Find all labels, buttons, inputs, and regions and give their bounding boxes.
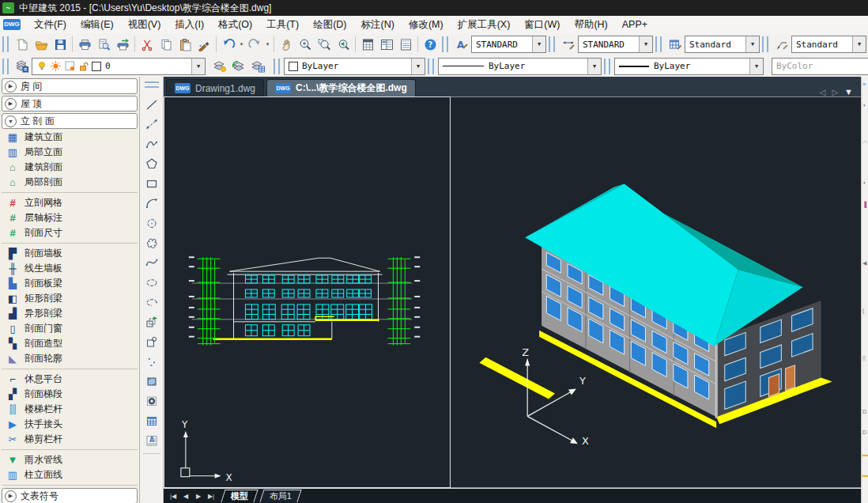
menu-view[interactable]: 视图(V) bbox=[121, 18, 168, 32]
menu-insert[interactable]: 插入(I) bbox=[168, 18, 211, 32]
sidebar-group-text-table-symbols[interactable]: ▶ 文表符号 bbox=[2, 488, 138, 503]
chevron-down-icon[interactable]: ▼ bbox=[639, 36, 652, 52]
table-style-combo[interactable]: Standard ▼ bbox=[685, 36, 760, 53]
layer-properties-icon[interactable] bbox=[13, 58, 32, 75]
chevron-down-icon[interactable]: ▼ bbox=[745, 36, 759, 52]
toolbar-grip[interactable] bbox=[549, 36, 555, 52]
properties-palette-icon[interactable] bbox=[377, 36, 396, 53]
list-view-icon[interactable] bbox=[396, 36, 415, 53]
chevron-down-icon[interactable]: ▼ bbox=[749, 59, 763, 74]
sidebar-item-line-to-wall[interactable]: ╫线生墙板 bbox=[0, 261, 139, 276]
sidebar-item-rest-platform[interactable]: ⌐休息平台 bbox=[0, 372, 139, 387]
sidebar-item-rect-section-beam[interactable]: ◧矩形剖梁 bbox=[0, 291, 139, 306]
expand-right-icon[interactable]: ▶ bbox=[5, 98, 17, 110]
model-space[interactable]: Y X bbox=[164, 96, 861, 488]
layer-thaw-icon[interactable] bbox=[50, 60, 62, 72]
undo-dropdown-icon[interactable]: ▾ bbox=[238, 41, 245, 47]
sidebar-item-building-section[interactable]: ⌂建筑剖面 bbox=[0, 160, 139, 175]
previous-layout-icon[interactable]: ◀ bbox=[179, 493, 192, 500]
zoom-realtime-icon[interactable] bbox=[296, 36, 315, 53]
circle-icon[interactable] bbox=[142, 213, 161, 233]
menu-tools[interactable]: 工具(T) bbox=[259, 18, 306, 32]
viewport-3d-model[interactable]: Z Y X bbox=[451, 96, 863, 488]
chevron-down-icon[interactable]: ▼ bbox=[587, 59, 601, 74]
sidebar-item-section-wall[interactable]: ▛剖面墙板 bbox=[0, 246, 139, 261]
sidebar-item-stair-flight[interactable]: ▞剖面梯段 bbox=[0, 387, 139, 402]
new-icon[interactable] bbox=[13, 36, 32, 53]
sidebar-item-stair-cut-railing[interactable]: ✂梯剪栏杆 bbox=[0, 432, 139, 447]
polygon-icon[interactable] bbox=[142, 153, 161, 173]
chevron-down-icon[interactable]: ▼ bbox=[532, 36, 545, 52]
sidebar-item-section-outline[interactable]: ◣剖面轮廓 bbox=[0, 351, 139, 366]
text-style-icon[interactable]: A bbox=[452, 36, 471, 53]
line-icon[interactable] bbox=[142, 94, 161, 114]
construction-line-icon[interactable] bbox=[142, 114, 161, 134]
scroll-right-icon[interactable]: ▷ bbox=[832, 88, 838, 96]
insert-block-icon[interactable] bbox=[142, 312, 161, 331]
redo-icon[interactable] bbox=[245, 36, 264, 53]
menu-help[interactable]: 帮助(H) bbox=[567, 18, 614, 32]
print-preview-icon[interactable] bbox=[94, 36, 113, 53]
document-tab-drawing1[interactable]: DWG Drawing1.dwg bbox=[166, 79, 264, 96]
layer-states-icon[interactable] bbox=[210, 58, 229, 75]
tab-model[interactable]: 模型 bbox=[221, 490, 258, 502]
redo-dropdown-icon[interactable]: ▾ bbox=[264, 41, 271, 47]
mtext-icon[interactable]: A bbox=[142, 430, 161, 450]
menu-format[interactable]: 格式(O) bbox=[211, 18, 259, 32]
sidebar-item-rainwater-pipe[interactable]: ▼雨水管线 bbox=[0, 452, 139, 467]
layer-vp-freeze-icon[interactable] bbox=[64, 60, 76, 72]
menu-file[interactable]: 文件(F) bbox=[27, 18, 74, 32]
toolbar-grip[interactable] bbox=[2, 59, 9, 74]
sidebar-item-section-slab-beam[interactable]: ▙剖面板梁 bbox=[0, 276, 139, 291]
document-tab-active[interactable]: DWG C:\...\教学综合楼全图.dwg bbox=[266, 79, 416, 96]
toolbar-grip[interactable] bbox=[145, 81, 159, 88]
menu-modify[interactable]: 修改(M) bbox=[402, 18, 451, 32]
table-icon[interactable] bbox=[142, 410, 161, 430]
expand-right-icon[interactable]: ▶ bbox=[5, 81, 17, 93]
lineweight-combo[interactable]: ByLayer ▼ bbox=[614, 58, 764, 75]
dim-style-combo[interactable]: STANDARD ▼ bbox=[578, 36, 653, 53]
first-layout-icon[interactable]: |◀ bbox=[167, 493, 179, 500]
sidebar-item-section-dimension[interactable]: #剖面尺寸 bbox=[0, 225, 139, 240]
layer-color-swatch[interactable] bbox=[92, 62, 101, 71]
arc-icon[interactable] bbox=[142, 193, 161, 213]
expand-right-icon[interactable]: ▶ bbox=[5, 490, 17, 502]
last-layout-icon[interactable]: ▶| bbox=[205, 493, 217, 500]
collapse-down-icon[interactable]: ▼ bbox=[5, 115, 17, 127]
point-icon[interactable] bbox=[142, 351, 161, 371]
sidebar-item-shaped-section-beam[interactable]: ▟异形剖梁 bbox=[0, 306, 139, 321]
donut-icon[interactable] bbox=[142, 391, 161, 410]
pan-icon[interactable] bbox=[277, 36, 296, 53]
sidebar-item-building-elevation[interactable]: ▦建筑立面 bbox=[0, 130, 139, 145]
toolbar-grip[interactable] bbox=[442, 36, 448, 52]
color-combo[interactable]: ByLayer ▼ bbox=[284, 58, 425, 75]
sidebar-item-section-modeling[interactable]: ▚剖面造型 bbox=[0, 336, 139, 351]
sidebar-item-column-elevation-line[interactable]: ▥柱立面线 bbox=[0, 467, 139, 482]
table-style-icon[interactable] bbox=[666, 36, 685, 53]
sidebar-item-section-door-window[interactable]: ▯剖面门窗 bbox=[0, 321, 139, 336]
menu-express-tools[interactable]: 扩展工具(X) bbox=[451, 18, 518, 32]
copy-icon[interactable] bbox=[157, 36, 175, 53]
make-block-icon[interactable] bbox=[142, 331, 161, 351]
dim-style-icon[interactable] bbox=[559, 36, 578, 53]
sidebar-item-partial-section[interactable]: ⌂局部剖面 bbox=[0, 175, 139, 190]
menu-edit[interactable]: 编辑(E) bbox=[74, 18, 121, 32]
calculator-icon[interactable] bbox=[358, 36, 377, 53]
menu-dimension[interactable]: 标注(N) bbox=[354, 18, 402, 32]
sidebar-item-handrail-joint[interactable]: ▶扶手接头 bbox=[0, 417, 139, 432]
toolbar-grip[interactable] bbox=[604, 59, 610, 74]
previous-layer-icon[interactable] bbox=[229, 58, 248, 75]
print-icon[interactable] bbox=[75, 36, 94, 53]
menu-draw[interactable]: 绘图(D) bbox=[306, 18, 353, 32]
chevron-down-icon[interactable]: ▼ bbox=[852, 36, 866, 52]
next-layout-icon[interactable]: ▶ bbox=[192, 493, 205, 500]
zoom-window-icon[interactable] bbox=[315, 36, 334, 53]
sidebar-item-partial-elevation[interactable]: ▥局部立面 bbox=[0, 145, 139, 160]
spline-icon[interactable] bbox=[142, 252, 161, 272]
rectangle-icon[interactable] bbox=[142, 173, 161, 193]
mleader-style-combo[interactable]: Standard ▼ bbox=[791, 36, 866, 53]
layer-on-icon[interactable] bbox=[36, 60, 47, 72]
toolbar-grip[interactable] bbox=[762, 36, 768, 52]
sidebar-group-roof[interactable]: ▶ 屋 顶 bbox=[2, 96, 138, 112]
paste-icon[interactable] bbox=[175, 36, 194, 53]
